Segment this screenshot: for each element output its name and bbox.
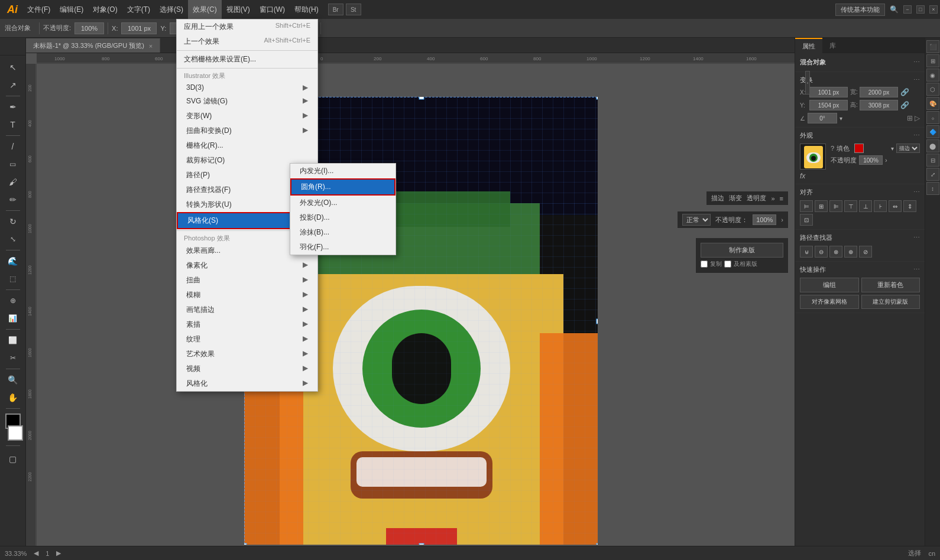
blend-mode-select[interactable]: 正常 — [682, 214, 711, 226]
rectangle-tool[interactable]: ▭ — [4, 156, 22, 172]
checkbox-align[interactable] — [724, 261, 731, 268]
change-screen-mode[interactable]: ▢ — [4, 451, 22, 467]
menu-object[interactable]: 对象(O) — [88, 0, 122, 19]
blend-expand-icon[interactable]: » — [771, 195, 774, 202]
pf-unite-btn[interactable]: ⊎ — [800, 246, 813, 258]
line-tool[interactable]: / — [4, 138, 22, 155]
right-icon-8[interactable]: ⬤ — [926, 139, 939, 152]
free-transform-tool[interactable]: ⬚ — [4, 271, 22, 287]
fill-dropdown[interactable]: ▾ — [891, 145, 894, 152]
angle-dropdown[interactable]: ▾ — [839, 115, 842, 122]
submenu-feather[interactable]: 羽化(F)... — [290, 240, 396, 255]
align-pixels-btn[interactable]: 对齐像素网格 — [800, 295, 859, 309]
select-tool[interactable]: ↖ — [4, 59, 22, 76]
blend-transparency-label[interactable]: 透明度 — [747, 194, 766, 203]
right-icon-11[interactable]: ↕ — [926, 182, 939, 195]
align-center-h-btn[interactable]: ⊞ — [815, 200, 828, 212]
menu-last-effect[interactable]: 上一个效果 Alt+Shift+Ctrl+E — [177, 34, 317, 49]
blend-opacity-input[interactable] — [753, 214, 776, 225]
submenu-drop-shadow[interactable]: 投影(D)... — [290, 210, 396, 225]
menu-artistic[interactable]: 艺术效果 ▶ — [177, 347, 317, 362]
menu-video[interactable]: 视频 ▶ — [177, 362, 317, 376]
right-icon-3[interactable]: ◉ — [926, 69, 939, 82]
right-icon-7[interactable]: 🔷 — [926, 125, 939, 138]
window-maximize[interactable]: □ — [916, 5, 925, 14]
menu-svg-filter[interactable]: SVG 滤镜(G) ▶ — [177, 94, 317, 109]
menu-edit[interactable]: 编辑(E) — [55, 0, 88, 19]
right-icon-2[interactable]: ⊞ — [926, 54, 939, 67]
menu-type[interactable]: 文字(T) — [122, 0, 155, 19]
pf-divide-btn[interactable]: ⊘ — [859, 246, 872, 258]
recolor-btn[interactable]: 重新着色 — [861, 278, 920, 292]
rp-x-input[interactable] — [809, 87, 848, 97]
align-extra-btn[interactable]: ⊡ — [800, 214, 813, 226]
transform-menu[interactable]: ⋯ — [913, 76, 920, 84]
rotate-tool[interactable]: ↻ — [4, 213, 22, 230]
right-icon-10[interactable]: ⤢ — [926, 168, 939, 181]
align-top-btn[interactable]: ⊤ — [844, 200, 857, 212]
bridge-icon[interactable]: Br — [328, 4, 343, 15]
page-nav-next[interactable]: ▶ — [56, 549, 61, 557]
blend-stroke-label[interactable]: 描边 — [711, 194, 724, 203]
pathfinder-menu[interactable]: ⋯ — [913, 234, 920, 242]
menu-sketch[interactable]: 素描 ▶ — [177, 317, 317, 332]
menu-ps-distort[interactable]: 扭曲 ▶ — [177, 273, 317, 288]
canvas-area[interactable]: 1000 800 600 400 200 0 200 400 600 800 1… — [26, 53, 795, 546]
menu-effect[interactable]: 效果(C) — [188, 0, 222, 19]
zoom-tool[interactable]: 🔍 — [4, 372, 22, 388]
rp-w-input[interactable] — [860, 87, 898, 97]
window-close[interactable]: × — [929, 5, 938, 14]
right-icon-6[interactable]: ⬦ — [926, 111, 939, 124]
hand-tool[interactable]: ✋ — [4, 389, 22, 406]
pencil-tool[interactable]: ✏ — [4, 191, 22, 208]
quick-actions-menu[interactable]: ⋯ — [913, 266, 920, 274]
menu-window[interactable]: 窗口(W) — [255, 0, 290, 19]
blend-gradient-label[interactable]: 渐变 — [729, 194, 742, 203]
zoom-level[interactable]: 33.33% — [5, 550, 27, 557]
pf-intersect-btn[interactable]: ⊗ — [829, 246, 842, 258]
group-btn[interactable]: 编组 — [800, 278, 859, 292]
menu-apply-last[interactable]: 应用上一个效果 Shift+Ctrl+E — [177, 19, 317, 34]
menu-select[interactable]: 选择(S) — [155, 0, 188, 19]
align-left-btn[interactable]: ⊨ — [800, 200, 813, 212]
submenu-scribble[interactable]: 涂抹(B)... — [290, 225, 396, 240]
dist-v-btn[interactable]: ⇕ — [903, 200, 916, 212]
opacity-arrow[interactable]: › — [885, 157, 887, 164]
fill-color-swatch[interactable] — [854, 144, 864, 153]
workspace-selector[interactable]: 传统基本功能 — [835, 4, 885, 16]
bar-graph-tool[interactable]: 📊 — [4, 310, 22, 327]
checkbox-dup[interactable] — [701, 261, 708, 268]
appearance-menu[interactable]: ⋯ — [913, 132, 920, 139]
warp-tool[interactable]: 🌊 — [4, 253, 22, 269]
menu-warp[interactable]: 变形(W) ▶ — [177, 109, 317, 123]
pf-minus-btn[interactable]: ⊖ — [815, 246, 828, 258]
make-clip-btn[interactable]: 建立剪切蒙版 — [861, 295, 920, 309]
right-icon-1[interactable]: ⬛ — [926, 40, 939, 53]
menu-pixelate[interactable]: 像素化 ▶ — [177, 258, 317, 273]
fill-icon[interactable]: ? — [831, 145, 834, 152]
menu-view[interactable]: 视图(V) — [222, 0, 255, 19]
scale-tool[interactable]: ⤡ — [4, 231, 22, 248]
fill-type-select[interactable]: 描边 — [896, 144, 920, 153]
right-icon-9[interactable]: ⊟ — [926, 154, 939, 167]
page-nav-prev[interactable]: ◀ — [34, 549, 38, 557]
make-symbol-btn[interactable]: 制作象版 — [701, 243, 783, 258]
fx-label[interactable]: fx — [800, 172, 805, 180]
tab-properties[interactable]: 属性 — [795, 38, 822, 53]
right-icon-5[interactable]: 🎨 — [926, 97, 939, 110]
align-menu[interactable]: ⋯ — [913, 188, 920, 196]
canvas-content[interactable]: 描边 渐变 透明度 » ≡ 正常 不透明度： › 制作象版 — [37, 64, 795, 546]
align-center-v-btn[interactable]: ⊥ — [859, 200, 872, 212]
submenu-round-corners[interactable]: 圆角(R)... — [290, 178, 396, 196]
dist-h-btn[interactable]: ⇔ — [889, 200, 902, 212]
tab-close-btn[interactable]: × — [149, 43, 153, 50]
blend-opacity-arrow[interactable]: › — [781, 216, 783, 223]
blend-menu-icon[interactable]: ≡ — [780, 195, 783, 202]
search-icon[interactable]: 🔍 — [890, 5, 899, 14]
rp-link-icon[interactable]: 🔗 — [900, 88, 909, 96]
menu-doc-raster[interactable]: 文档栅格效果设置(E)... — [177, 52, 317, 67]
opacity-input[interactable] — [74, 22, 104, 34]
rp-y-input[interactable] — [809, 100, 848, 110]
menu-texture[interactable]: 纹理 ▶ — [177, 332, 317, 347]
x-coord-input[interactable] — [121, 22, 157, 34]
